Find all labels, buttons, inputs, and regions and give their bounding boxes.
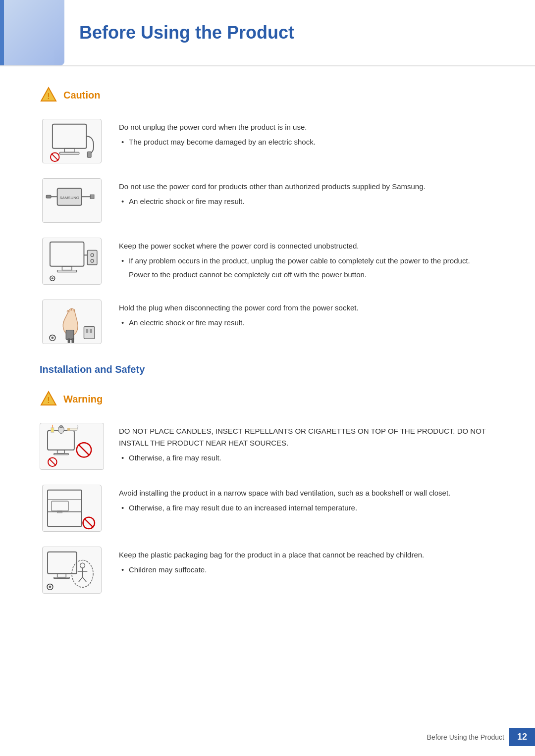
caution-main-text-4: Hold the plug when disconnecting the pow…	[119, 302, 495, 314]
caution-text-4: Hold the plug when disconnecting the pow…	[119, 300, 495, 329]
svg-rect-22	[66, 330, 74, 340]
svg-rect-25	[84, 327, 95, 339]
caution-text-3: Keep the power socket where the power co…	[119, 238, 495, 284]
svg-rect-11	[90, 195, 94, 199]
svg-line-58	[79, 577, 83, 582]
caution-text-1: Do not unplug the power cord when the pr…	[119, 119, 495, 148]
main-content: ! Caution Do not unplug the power cord w…	[0, 86, 535, 648]
svg-rect-5	[87, 152, 91, 158]
svg-rect-34	[54, 454, 68, 455]
warning-item-2: Avoid installing the product in a narrow…	[40, 485, 495, 532]
caution-label: Caution	[63, 90, 100, 101]
warning-image-1	[40, 423, 104, 470]
warning-main-text-3: Keep the plastic packaging bag for the p…	[119, 549, 495, 561]
warning-bullet-2-1: Otherwise, a fire may result due to an i…	[119, 502, 495, 514]
warning-text-2: Avoid installing the product in a narrow…	[119, 485, 495, 514]
footer-text: Before Using the Product	[427, 733, 509, 741]
caution-bullet-4-1: An electric shock or fire may result.	[119, 317, 495, 329]
caution-bullet-1-1: The product may become damaged by an ele…	[119, 136, 495, 148]
caution-main-text-3: Keep the power socket where the power co…	[119, 240, 495, 252]
svg-rect-13	[46, 195, 51, 198]
svg-rect-44	[48, 490, 82, 526]
warning-text-3: Keep the plastic packaging bag for the p…	[119, 547, 495, 576]
svg-text:SAMSUNG: SAMSUNG	[59, 196, 79, 200]
warning-label: Warning	[63, 394, 103, 405]
caution-icon: !	[40, 86, 57, 104]
caution-item-4: Hold the plug when disconnecting the pow…	[40, 300, 495, 344]
warning-main-text-1: DO NOT PLACE CANDLES, INSECT REPELLANTS …	[119, 425, 495, 449]
svg-rect-2	[53, 124, 86, 149]
svg-rect-37	[60, 426, 63, 428]
caution-sub-note-3: Power to the product cannot be completel…	[119, 269, 495, 281]
caution-item-1: Do not unplug the power cord when the pr…	[40, 119, 495, 163]
warning-item-1: DO NOT PLACE CANDLES, INSECT REPELLANTS …	[40, 423, 495, 470]
warning-text-1: DO NOT PLACE CANDLES, INSECT REPELLANTS …	[119, 423, 495, 464]
caution-main-text-2: Do not use the power cord for products o…	[119, 181, 495, 193]
svg-point-55	[80, 563, 85, 568]
svg-text:!: !	[47, 92, 50, 101]
svg-rect-52	[57, 574, 66, 577]
page-title: Before Using the Product	[79, 15, 535, 50]
installation-section-title: Installation and Safety	[40, 364, 495, 375]
svg-rect-3	[64, 149, 74, 152]
warning-image-3	[40, 547, 104, 594]
page-header: Before Using the Product	[0, 0, 535, 66]
warning-icon: !	[40, 390, 57, 408]
warning-bullet-1-1: Otherwise, a fire may result.	[119, 452, 495, 464]
svg-rect-24	[72, 339, 74, 343]
blue-stripe-decoration	[0, 0, 4, 65]
svg-rect-4	[60, 152, 79, 154]
warning-main-text-2: Avoid installing the product in a narrow…	[119, 487, 495, 499]
caution-section-header: ! Caution	[40, 86, 495, 104]
svg-point-21	[52, 277, 54, 279]
svg-point-29	[51, 337, 54, 339]
svg-rect-15	[62, 266, 72, 270]
svg-rect-26	[86, 329, 88, 333]
caution-bullet-2-1: An electric shock or fire may result.	[119, 196, 495, 207]
svg-rect-14	[50, 242, 84, 266]
svg-rect-16	[57, 270, 77, 272]
page-footer: Before Using the Product 12	[427, 728, 535, 746]
svg-rect-39	[67, 428, 70, 431]
warning-section-header: ! Warning	[40, 390, 495, 408]
svg-point-61	[49, 586, 52, 588]
svg-rect-35	[51, 428, 54, 433]
warning-image-2	[40, 485, 104, 532]
svg-rect-27	[90, 329, 92, 333]
warning-bullet-3-1: Children may suffocate.	[119, 564, 495, 576]
caution-image-1	[40, 119, 104, 163]
caution-image-4	[40, 300, 104, 344]
svg-line-7	[52, 153, 58, 160]
caution-bullet-3-1: If any problem occurs in the product, un…	[119, 255, 495, 267]
caution-text-2: Do not use the power cord for products o…	[119, 178, 495, 207]
svg-line-43	[49, 458, 56, 465]
page-number: 12	[509, 728, 535, 746]
caution-image-2: SAMSUNG	[40, 178, 104, 223]
svg-line-50	[84, 519, 93, 528]
warning-item-3: Keep the plastic packaging bag for the p…	[40, 547, 495, 594]
svg-rect-23	[68, 339, 70, 343]
caution-image-3	[40, 238, 104, 285]
blue-accent-decoration	[0, 0, 64, 65]
svg-rect-33	[57, 450, 65, 454]
svg-line-41	[79, 445, 90, 455]
caution-item-2: SAMSUNG Do not use the power cord for pr…	[40, 178, 495, 223]
caution-item-3: Keep the power socket where the power co…	[40, 238, 495, 285]
svg-line-59	[83, 577, 87, 582]
caution-main-text-1: Do not unplug the power cord when the pr…	[119, 121, 495, 133]
svg-rect-47	[52, 501, 68, 511]
svg-rect-53	[54, 577, 69, 579]
svg-text:!: !	[47, 396, 50, 404]
